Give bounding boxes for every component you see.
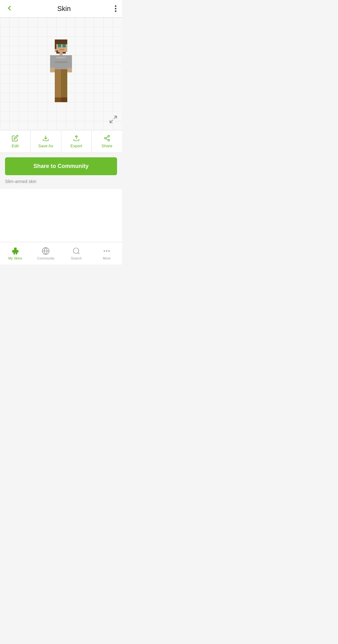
svg-rect-9 (66, 44, 67, 50)
nav-search[interactable]: Search (61, 242, 92, 264)
back-button[interactable] (6, 4, 13, 13)
export-icon (73, 135, 80, 142)
export-button[interactable]: Export (61, 130, 92, 153)
skins-icon (11, 247, 19, 255)
bottom-navigation: My Skins Community Search More (0, 242, 122, 264)
svg-point-46 (109, 250, 110, 251)
svg-point-42 (73, 248, 79, 253)
content-area (0, 189, 122, 242)
svg-line-25 (114, 116, 116, 119)
save-as-label: Save As (38, 144, 53, 148)
svg-line-33 (106, 137, 108, 138)
nav-community[interactable]: Community (31, 242, 61, 264)
svg-rect-39 (16, 253, 17, 254)
svg-rect-18 (67, 68, 72, 72)
svg-point-45 (106, 250, 107, 251)
svg-line-43 (78, 253, 79, 254)
action-buttons-bar: Edit Save As Export Share (0, 130, 122, 153)
svg-rect-24 (61, 97, 67, 102)
nav-search-label: Search (71, 256, 82, 260)
svg-rect-37 (17, 250, 18, 253)
svg-rect-6 (63, 44, 66, 47)
svg-point-44 (104, 250, 105, 251)
skin-character (41, 39, 81, 108)
svg-rect-16 (50, 68, 55, 72)
share-button[interactable]: Share (92, 130, 122, 153)
share-icon (104, 135, 110, 142)
edit-icon (12, 135, 18, 142)
svg-rect-10 (59, 49, 64, 50)
more-dots-icon (103, 247, 111, 255)
save-icon (42, 135, 49, 142)
edit-label: Edit (12, 144, 18, 148)
page-title: Skin (57, 5, 71, 13)
svg-rect-15 (50, 55, 55, 68)
edit-button[interactable]: Edit (0, 130, 31, 153)
svg-rect-17 (67, 55, 72, 68)
svg-rect-11 (59, 52, 63, 55)
skin-preview-area (0, 18, 122, 130)
svg-rect-5 (58, 44, 61, 47)
save-as-button[interactable]: Save As (31, 130, 61, 153)
svg-rect-14 (55, 61, 67, 63)
export-label: Export (70, 144, 82, 148)
nav-my-skins-label: My Skins (8, 256, 22, 260)
svg-rect-22 (61, 85, 67, 97)
svg-rect-8 (56, 44, 58, 50)
skin-type-label: Slim-armed skin (0, 178, 122, 189)
overflow-menu-button[interactable] (115, 5, 116, 12)
svg-rect-35 (13, 250, 17, 253)
svg-line-26 (110, 120, 113, 123)
nav-more-label: More (103, 256, 111, 260)
share-label: Share (101, 144, 112, 148)
nav-more[interactable]: More (92, 242, 122, 264)
svg-line-32 (106, 139, 108, 140)
svg-point-30 (104, 137, 106, 139)
svg-point-31 (108, 139, 110, 141)
svg-rect-23 (55, 97, 61, 102)
nav-community-label: Community (37, 256, 54, 260)
svg-rect-20 (61, 69, 67, 85)
svg-rect-34 (14, 248, 17, 250)
svg-rect-36 (12, 250, 13, 253)
search-icon (72, 247, 80, 255)
svg-point-29 (108, 135, 110, 137)
nav-my-skins[interactable]: My Skins (0, 242, 31, 264)
share-to-community-button[interactable]: Share to Community (5, 157, 117, 175)
svg-rect-21 (55, 85, 61, 97)
community-icon (42, 247, 50, 255)
expand-button[interactable] (109, 115, 118, 126)
svg-rect-19 (55, 69, 61, 85)
svg-rect-38 (13, 253, 15, 254)
svg-rect-13 (56, 57, 66, 58)
top-bar: Skin (0, 0, 122, 18)
